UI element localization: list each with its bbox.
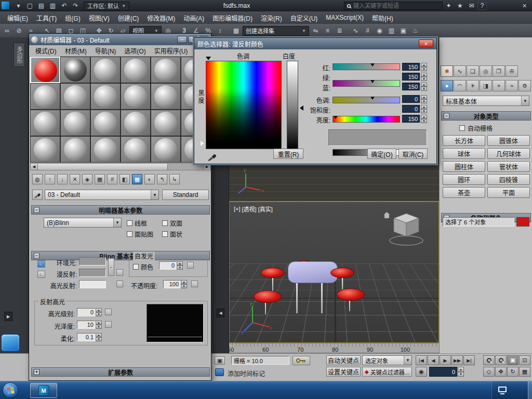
- material-sample-slot[interactable]: [30, 110, 60, 136]
- material-type-button[interactable]: Standard: [162, 190, 209, 200]
- menu-edit[interactable]: 编辑(E): [3, 12, 32, 23]
- hue-spinner[interactable]: ▲▼: [421, 95, 427, 103]
- hue-slider[interactable]: [332, 116, 400, 123]
- menu-create[interactable]: 创建(C): [114, 12, 143, 23]
- helpers-category-icon[interactable]: ⌖: [493, 80, 505, 91]
- key-mode-toggle-icon[interactable]: ◉: [416, 367, 427, 377]
- specular-level-field[interactable]: 0: [77, 308, 96, 316]
- specular-color-swatch[interactable]: [79, 280, 106, 288]
- menu-modifiers[interactable]: 修改器(M): [143, 12, 179, 23]
- material-name-dropdown[interactable]: 03 - Default ▼: [45, 190, 159, 200]
- align-icon[interactable]: ≡: [322, 26, 333, 36]
- hue-blackness-field[interactable]: [206, 61, 282, 149]
- taskbar-app-button-3dsmax[interactable]: M: [30, 383, 57, 398]
- material-editor-titlebar[interactable]: 材质编辑器 - 03 - Default ─ ▢ ×: [29, 34, 211, 45]
- selfillum-map-button[interactable]: [187, 262, 194, 269]
- orbit-icon[interactable]: ↻: [507, 367, 518, 377]
- zoom-extents-icon[interactable]: ▣: [507, 355, 518, 365]
- selfillum-color-checkbox[interactable]: [133, 264, 139, 270]
- app-logo-icon[interactable]: [2, 2, 9, 9]
- primitive-button-cone[interactable]: 圆锥体: [487, 135, 530, 146]
- soften-field[interactable]: 0.1: [77, 333, 96, 341]
- menu-group[interactable]: 组(G): [61, 12, 84, 23]
- wireframe-checkbox[interactable]: [127, 220, 132, 226]
- primitive-button-torus[interactable]: 圆环: [443, 174, 485, 185]
- ambient-diffuse-lock-bracket[interactable]: ⌐: [108, 258, 114, 276]
- value-value-field[interactable]: 150: [402, 115, 420, 123]
- geometry-category-icon[interactable]: ●: [441, 80, 453, 91]
- red-spinner[interactable]: ▲▼: [421, 63, 427, 71]
- facemap-checkbox[interactable]: [127, 231, 132, 237]
- modify-tab-icon[interactable]: ∿: [454, 65, 466, 77]
- pan-view-icon[interactable]: ✥: [495, 367, 507, 377]
- show-end-result-icon[interactable]: ◐: [144, 174, 155, 184]
- faceted-checkbox[interactable]: [162, 231, 168, 237]
- green-spinner[interactable]: ▲▼: [421, 73, 427, 81]
- spacewarps-category-icon[interactable]: ≈: [506, 80, 518, 91]
- put-to-scene-icon[interactable]: ↑: [45, 174, 55, 184]
- pick-material-eyedropper-icon[interactable]: [32, 190, 43, 200]
- material-id-channel-icon[interactable]: #: [107, 174, 117, 184]
- add-time-tag-label[interactable]: 添加时间标记: [228, 369, 265, 378]
- systems-category-icon[interactable]: ⚙: [518, 80, 531, 91]
- sample-slots-scrollbar[interactable]: ◀ ▶: [30, 163, 211, 170]
- isolate-selection-icon[interactable]: ▣: [215, 356, 225, 365]
- scroll-right-icon[interactable]: ▶: [203, 164, 210, 170]
- go-to-start-icon[interactable]: |◀: [416, 355, 427, 365]
- select-and-link-icon[interactable]: ∞: [2, 26, 12, 36]
- primitive-button-plane[interactable]: 平面: [487, 187, 530, 198]
- material-sample-slot[interactable]: [60, 57, 90, 83]
- diffuse-color-swatch[interactable]: [79, 269, 106, 277]
- material-sample-slot[interactable]: [60, 136, 90, 163]
- specular-map-button[interactable]: [116, 281, 123, 287]
- assign-material-to-selection-icon[interactable]: ↓: [57, 174, 68, 184]
- green-slider[interactable]: [332, 80, 400, 87]
- material-sample-slot[interactable]: [30, 136, 60, 163]
- welcome-app-icon[interactable]: [1, 334, 20, 352]
- maximize-viewport-toggle-icon[interactable]: ▦: [519, 367, 530, 377]
- primitive-button-box[interactable]: 长方体: [443, 135, 485, 146]
- material-sample-slot[interactable]: [151, 136, 181, 163]
- zoom-icon[interactable]: [483, 355, 495, 365]
- red-value-field[interactable]: 150: [402, 63, 420, 71]
- selfillum-spinner[interactable]: ▲▼: [177, 261, 183, 270]
- shapes-category-icon[interactable]: ◠: [454, 80, 466, 91]
- close-icon[interactable]: ×: [419, 39, 433, 47]
- blue-slider[interactable]: [332, 97, 400, 103]
- material-sample-slot[interactable]: [60, 83, 90, 110]
- material-sample-slot[interactable]: [60, 110, 90, 136]
- show-background-icon[interactable]: ◧: [119, 174, 130, 184]
- frame-spinner[interactable]: ▲▼: [458, 367, 464, 377]
- selfillum-value-field[interactable]: 0: [159, 261, 177, 270]
- shader-type-dropdown[interactable]: (B)Blinn ▼: [44, 218, 122, 228]
- expand-panel-arrow-icon[interactable]: ▶: [4, 312, 12, 321]
- viewport-menu-button[interactable]: [+]: [234, 206, 241, 212]
- opacity-map-button[interactable]: [191, 281, 198, 287]
- saturation-spinner[interactable]: ▲▼: [421, 105, 427, 113]
- opacity-spinner[interactable]: ▲▼: [181, 280, 187, 288]
- menu-maxscript[interactable]: MAXScript(X): [322, 13, 368, 22]
- eyedropper-icon[interactable]: [207, 150, 216, 163]
- primitive-button-sphere[interactable]: 球体: [443, 148, 485, 159]
- go-to-parent-icon[interactable]: ↰: [157, 174, 167, 184]
- extended-parameters-rollout[interactable]: + 扩展参数: [31, 367, 210, 377]
- viewport-perspective[interactable]: [+] [透视] [真实] y x z: [229, 202, 439, 343]
- curve-editor-icon[interactable]: ∿: [350, 26, 361, 36]
- viewport-view-button[interactable]: [透视]: [242, 205, 257, 213]
- lock-ambient-diffuse-icon[interactable]: ∟: [37, 260, 45, 268]
- shader-basic-rollout-header[interactable]: − 明暗器基本参数: [31, 205, 210, 215]
- help-icon[interactable]: ?: [477, 2, 487, 10]
- make-unique-icon[interactable]: ◈: [82, 174, 92, 184]
- material-sample-slot[interactable]: [90, 136, 121, 163]
- save-file-icon[interactable]: ▥: [47, 1, 58, 11]
- show-map-in-viewport-icon[interactable]: ▦: [132, 174, 142, 184]
- hierarchy-tab-icon[interactable]: ❏: [467, 65, 479, 77]
- menu-help[interactable]: 帮助(H): [368, 12, 397, 23]
- zoom-all-icon[interactable]: [495, 355, 507, 365]
- go-to-end-icon[interactable]: ▶|: [463, 355, 475, 365]
- material-sample-slot[interactable]: [121, 136, 151, 163]
- soften-spinner[interactable]: ▲▼: [96, 333, 102, 341]
- blue-value-field[interactable]: 150: [402, 83, 420, 90]
- start-button[interactable]: [3, 382, 18, 398]
- named-selection-sets-dropdown[interactable]: 创建选择集 ▼: [243, 26, 309, 36]
